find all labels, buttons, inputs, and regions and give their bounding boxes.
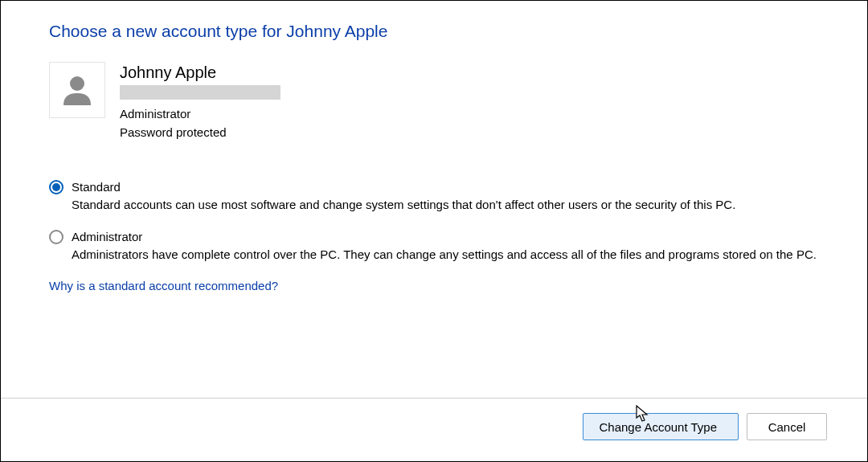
svg-point-0 — [70, 76, 84, 91]
option-standard-label: Standard — [72, 178, 819, 195]
option-administrator-desc: Administrators have complete control ove… — [72, 245, 819, 264]
account-email-redacted — [120, 85, 280, 100]
option-standard-desc: Standard accounts can use most software … — [72, 195, 819, 214]
option-administrator[interactable]: Administrator Administrators have comple… — [49, 228, 819, 264]
radio-administrator[interactable] — [49, 230, 63, 244]
change-account-type-button[interactable]: Change Account Type — [583, 413, 739, 440]
account-info: Johnny Apple Administrator Password prot… — [120, 62, 280, 141]
option-administrator-body: Administrator Administrators have comple… — [72, 228, 819, 264]
option-standard[interactable]: Standard Standard accounts can use most … — [49, 178, 819, 214]
cancel-button[interactable]: Cancel — [747, 413, 827, 440]
dialog-content: Choose a new account type for Johnny App… — [1, 1, 867, 292]
help-link[interactable]: Why is a standard account recommended? — [49, 279, 278, 292]
button-bar: Change Account Type Cancel — [1, 398, 867, 440]
option-standard-body: Standard Standard accounts can use most … — [72, 178, 819, 214]
account-type-options: Standard Standard accounts can use most … — [49, 178, 819, 264]
radio-standard[interactable] — [49, 180, 63, 194]
account-role: Administrator — [120, 105, 280, 124]
account-name: Johnny Apple — [120, 63, 280, 82]
option-administrator-label: Administrator — [72, 228, 819, 245]
user-icon — [59, 72, 96, 108]
account-password-status: Password protected — [120, 124, 280, 142]
page-title: Choose a new account type for Johnny App… — [49, 22, 819, 41]
account-header: Johnny Apple Administrator Password prot… — [49, 62, 819, 141]
avatar — [49, 62, 105, 118]
